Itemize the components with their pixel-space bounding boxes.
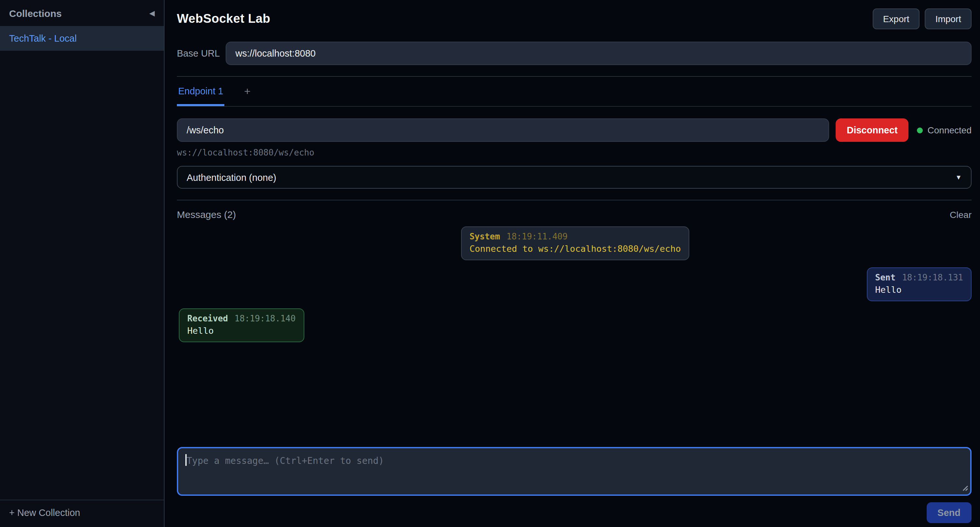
message-body: Hello: [187, 325, 296, 336]
connection-row: Disconnect Connected: [177, 118, 972, 142]
tab-endpoint-1[interactable]: Endpoint 1: [177, 86, 225, 106]
message-timestamp: 18:19:11.409: [507, 232, 568, 241]
message-timestamp: 18:19:18.131: [902, 272, 963, 282]
connected-status-dot: [917, 127, 923, 133]
auth-select[interactable]: Authentication (none) ▼: [177, 166, 972, 189]
import-button[interactable]: Import: [925, 8, 972, 29]
connection-status-label: Connected: [928, 125, 972, 135]
header-section: WebSocket Lab Export Import Base URL: [177, 0, 972, 77]
endpoint-tabs: Endpoint 1 +: [177, 77, 972, 107]
full-url-preview: ws://localhost:8080/ws/echo: [177, 148, 972, 158]
send-button[interactable]: Send: [926, 502, 972, 523]
message-sent: Sent 18:19:18.131 Hello: [867, 267, 972, 301]
dropdown-caret-icon: ▼: [955, 174, 962, 181]
composer: [177, 447, 972, 496]
new-collection-label: + New Collection: [9, 508, 80, 518]
message-received: Received 18:19:18.140 Hello: [179, 308, 304, 342]
disconnect-button[interactable]: Disconnect: [836, 118, 908, 142]
sidebar-header: Collections ◀: [0, 0, 164, 26]
text-caret: [185, 454, 186, 466]
collection-name: TechTalk - Local: [9, 33, 77, 44]
connection-status: Connected: [917, 125, 972, 135]
message-type-label: Sent: [875, 272, 896, 282]
app-window: Collections ◀ TechTalk - Local + New Col…: [0, 0, 980, 527]
add-tab-button[interactable]: +: [244, 85, 251, 106]
base-url-input[interactable]: [226, 41, 972, 65]
sidebar: Collections ◀ TechTalk - Local + New Col…: [0, 0, 164, 527]
message-system: System 18:19:11.409 Connected to ws://lo…: [461, 226, 689, 260]
base-url-label: Base URL: [177, 48, 226, 59]
messages-title: Messages (2): [177, 209, 236, 220]
message-type-label: Received: [187, 314, 228, 323]
page-title: WebSocket Lab: [177, 12, 270, 26]
collections-title: Collections: [9, 8, 62, 19]
path-input[interactable]: [177, 118, 829, 142]
auth-select-value: Authentication (none): [187, 172, 276, 183]
messages-header: Messages (2) Clear: [177, 209, 972, 220]
message-input[interactable]: [177, 447, 972, 496]
collapse-sidebar-icon[interactable]: ◀: [149, 9, 155, 17]
main-panel: WebSocket Lab Export Import Base URL End…: [164, 0, 980, 527]
message-timestamp: 18:19:18.140: [234, 314, 296, 323]
new-collection-button[interactable]: + New Collection: [0, 500, 164, 527]
send-row: Send: [177, 502, 972, 523]
message-body: Hello: [875, 284, 963, 295]
section-divider: [177, 200, 972, 201]
message-body: Connected to ws://localhost:8080/ws/echo: [469, 243, 681, 254]
messages-list: System 18:19:11.409 Connected to ws://lo…: [177, 220, 972, 447]
sidebar-item-collection[interactable]: TechTalk - Local: [0, 26, 164, 51]
export-button[interactable]: Export: [873, 8, 920, 29]
message-type-label: System: [469, 232, 500, 241]
clear-messages-button[interactable]: Clear: [950, 209, 972, 220]
